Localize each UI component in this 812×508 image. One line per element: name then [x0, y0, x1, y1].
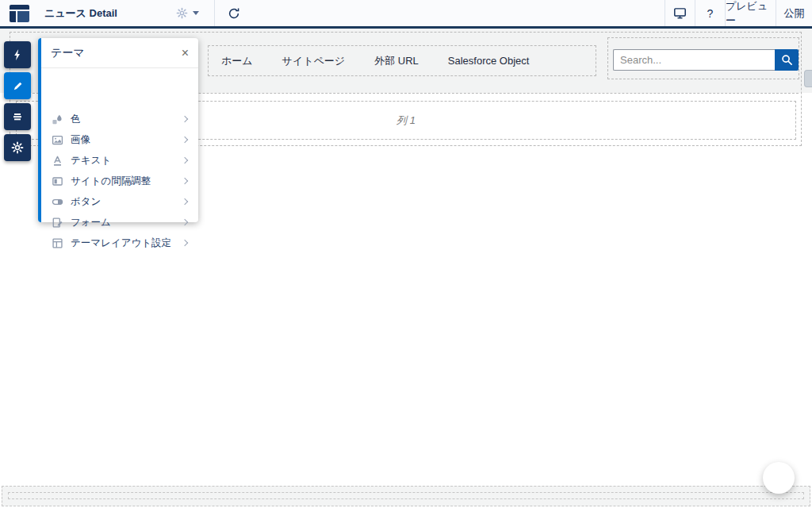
- chevron-right-icon: [182, 219, 188, 225]
- close-icon[interactable]: ×: [182, 47, 189, 60]
- panel-item-text[interactable]: テキスト: [41, 150, 198, 171]
- gear-icon: [176, 7, 188, 19]
- panel-item-label: 画像: [71, 133, 182, 147]
- monitor-icon: [673, 6, 687, 20]
- page-settings-button[interactable]: [170, 0, 205, 26]
- page-title: ニュース Detail: [44, 0, 117, 26]
- search-icon: [781, 54, 793, 66]
- chevron-right-icon: [182, 137, 188, 143]
- chat-bubble-button[interactable]: [763, 462, 795, 494]
- form-icon: [51, 216, 63, 229]
- panel-item-form[interactable]: フォーム: [41, 212, 198, 233]
- help-button[interactable]: ?: [695, 0, 725, 26]
- refresh-button[interactable]: [215, 0, 253, 26]
- chevron-right-icon: [182, 240, 188, 246]
- search-button[interactable]: [775, 49, 799, 71]
- search-input[interactable]: [613, 49, 775, 71]
- panel-item-label: ボタン: [71, 195, 182, 209]
- refresh-icon: [228, 7, 240, 20]
- nav-item-external-url[interactable]: 外部 URL: [374, 54, 419, 68]
- palette-icon: [51, 113, 63, 125]
- panel-item-label: テキスト: [71, 154, 182, 167]
- theme-panel: テーマ × 色 画像: [38, 38, 198, 222]
- builder-toolbar: ニュース Detail: [0, 0, 812, 29]
- sidebar-item-structure[interactable]: [4, 103, 31, 130]
- panel-item-color[interactable]: 色: [41, 109, 198, 129]
- chevron-right-icon: [182, 178, 188, 184]
- navigation-menu-component[interactable]: ホーム サイトページ 外部 URL Salesforce Object: [208, 45, 596, 76]
- publish-button[interactable]: 公開: [776, 0, 812, 26]
- sidebar-item-components[interactable]: [4, 41, 31, 68]
- panel-item-site-spacing[interactable]: サイトの間隔調整: [41, 171, 198, 191]
- nav-item-salesforce-object[interactable]: Salesforce Object: [448, 55, 530, 67]
- chevron-right-icon: [182, 198, 188, 205]
- gear-icon: [11, 141, 24, 154]
- builder-logo-icon[interactable]: [10, 5, 29, 22]
- footer-inner-region[interactable]: [8, 492, 804, 499]
- lightning-icon: [11, 48, 24, 61]
- panel-item-image[interactable]: 画像: [41, 129, 198, 150]
- panel-item-label: テーマレイアウト設定: [71, 237, 182, 250]
- image-icon: [51, 133, 63, 146]
- panel-item-label: サイトの間隔調整: [71, 175, 182, 188]
- nav-item-home[interactable]: ホーム: [221, 54, 253, 68]
- column-label: 列 1: [396, 114, 416, 128]
- chevron-right-icon: [182, 157, 188, 164]
- desktop-view-button[interactable]: [665, 0, 695, 26]
- chevron-right-icon: [182, 116, 188, 122]
- caret-down-icon: [193, 11, 199, 15]
- preview-button[interactable]: プレビュー: [726, 0, 776, 26]
- panel-item-button[interactable]: ボタン: [41, 191, 198, 212]
- collapsed-panel-handle[interactable]: [804, 70, 812, 87]
- sidebar-item-theme[interactable]: [4, 72, 31, 99]
- panel-header: テーマ ×: [41, 38, 198, 68]
- sidebar-item-settings[interactable]: [4, 134, 31, 161]
- layout-settings-icon: [51, 237, 63, 249]
- panel-item-theme-layout[interactable]: テーマレイアウト設定: [41, 233, 198, 253]
- text-color-icon: [51, 154, 63, 167]
- brush-icon: [12, 80, 24, 92]
- spacing-icon: [51, 175, 63, 187]
- panel-title: テーマ: [51, 46, 182, 60]
- panel-item-label: 色: [71, 113, 182, 126]
- panel-item-label: フォーム: [71, 216, 182, 229]
- structure-icon: [11, 110, 24, 123]
- button-icon: [51, 195, 63, 208]
- nav-item-site-page[interactable]: サイトページ: [282, 54, 346, 68]
